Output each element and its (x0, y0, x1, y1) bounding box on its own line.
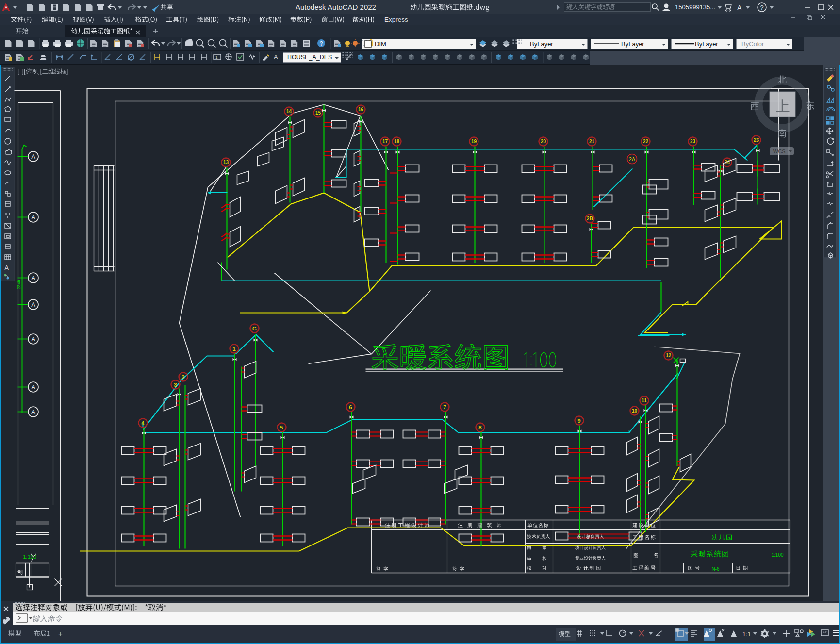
svg-text:A: A (4, 264, 9, 272)
svg-text:A: A (737, 4, 742, 12)
svg-text:A: A (31, 383, 35, 391)
svg-text:23: 23 (754, 137, 759, 143)
svg-text:2A: 2A (629, 156, 635, 162)
svg-text:1:100: 1:100 (772, 552, 784, 558)
svg-text:23: 23 (690, 139, 696, 144)
svg-text:N-6: N-6 (712, 566, 720, 572)
svg-text:1:1: 1:1 (742, 631, 751, 638)
svg-text:G: G (252, 326, 257, 331)
svg-text:?: ? (760, 4, 763, 11)
svg-text:2B: 2B (587, 216, 593, 221)
svg-text:13: 13 (223, 160, 229, 165)
svg-text:4: 4 (141, 420, 145, 426)
svg-text:18: 18 (394, 139, 400, 144)
svg-text:19: 19 (471, 139, 477, 144)
svg-text:1: 1 (232, 346, 236, 352)
svg-text:1: 1 (215, 55, 218, 60)
svg-text:7: 7 (443, 404, 446, 410)
svg-text:?: ? (320, 40, 323, 47)
svg-text:A: A (31, 408, 35, 415)
svg-text:A: A (31, 301, 35, 308)
svg-text:11: 11 (642, 398, 647, 403)
svg-text:+: + (58, 629, 63, 638)
svg-text:A: A (31, 274, 35, 281)
svg-text:21: 21 (589, 139, 595, 144)
svg-text:WCS: WCS (773, 149, 786, 154)
svg-text:22: 22 (643, 139, 649, 144)
svg-text:A: A (31, 214, 35, 221)
svg-text:3: 3 (174, 382, 177, 388)
svg-text:16: 16 (358, 107, 364, 112)
svg-text:17: 17 (382, 139, 388, 144)
svg-text:2340: 2340 (16, 280, 21, 289)
svg-text:A: A (31, 153, 35, 160)
svg-text:9: 9 (577, 418, 580, 424)
svg-text:1:100: 1:100 (23, 554, 37, 560)
svg-text:A: A (31, 335, 35, 343)
svg-text:8: 8 (478, 425, 482, 430)
svg-text:14: 14 (286, 109, 292, 114)
svg-text:20: 20 (541, 139, 546, 144)
svg-text:5: 5 (280, 425, 283, 430)
svg-text:10: 10 (632, 408, 638, 413)
svg-text:2: 2 (181, 374, 184, 380)
svg-text:A: A (274, 53, 278, 61)
svg-text:12: 12 (666, 353, 672, 358)
svg-text:Express: Express (384, 16, 408, 23)
svg-text:15: 15 (315, 110, 321, 116)
svg-text:6: 6 (349, 404, 352, 410)
